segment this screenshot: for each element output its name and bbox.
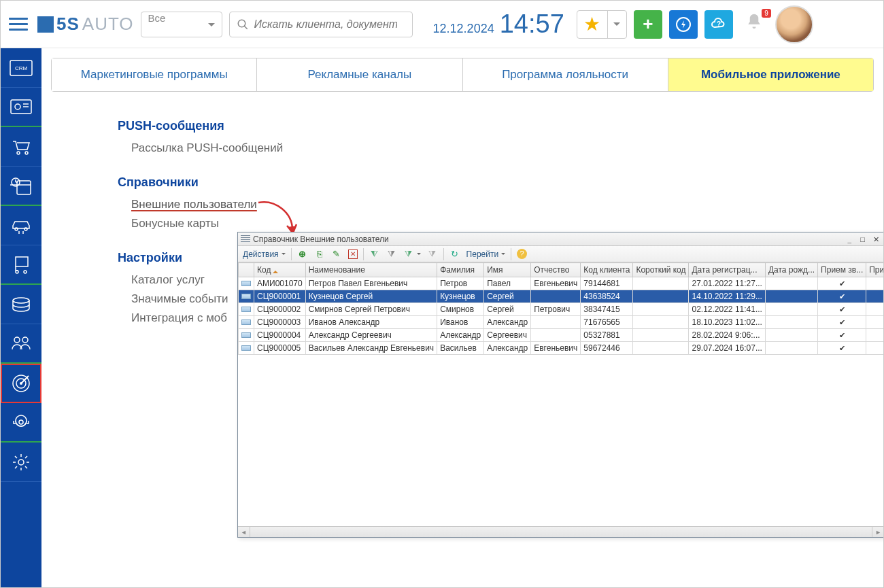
nav-marketing[interactable]: [1, 364, 41, 403]
scope-select[interactable]: Все: [141, 12, 222, 37]
nav-users[interactable]: [1, 324, 41, 364]
item-push-send[interactable]: Рассылка PUSH-сообщений: [131, 139, 883, 158]
tb-refresh[interactable]: ↻: [447, 248, 462, 260]
logo-text-5s: 5S: [56, 14, 80, 35]
tb-copy[interactable]: ⎘: [312, 248, 327, 260]
col-marker[interactable]: [239, 263, 254, 277]
nav-support[interactable]: [1, 403, 41, 443]
cell-kk: 05327881: [581, 329, 633, 342]
col-middlename[interactable]: Отчество: [531, 263, 581, 277]
nav-schedule[interactable]: [1, 167, 41, 206]
cell-kk: 43638524: [581, 290, 633, 303]
col-firstname[interactable]: Имя: [484, 263, 531, 277]
row-marker: [239, 290, 254, 303]
user-avatar[interactable]: [775, 5, 813, 44]
menu-toggle[interactable]: [6, 12, 31, 37]
scroll-left[interactable]: ◄: [238, 527, 250, 537]
data-grid[interactable]: Код Наименование Фамилия Имя Отчество Ко…: [238, 262, 883, 526]
dialog-title-icon: [241, 235, 250, 243]
cell-kk: 71676565: [581, 316, 633, 329]
star-icon[interactable]: ★: [577, 11, 607, 38]
nav-delivery[interactable]: [1, 245, 41, 285]
col-short-code[interactable]: Короткий код: [633, 263, 689, 277]
nav-contacts[interactable]: [1, 88, 41, 127]
table-row[interactable]: СЦ9000004Александр СергеевичАлександрСер…: [239, 329, 884, 342]
filter-icon: ⧨: [369, 249, 380, 260]
cell-dob: [765, 316, 817, 329]
search-box[interactable]: [229, 12, 413, 37]
tb-help[interactable]: ?: [515, 248, 529, 260]
item-bonus-cards[interactable]: Бонусные карты: [131, 214, 883, 233]
cell-name: Васильев Александр Евгеньевич: [305, 342, 437, 355]
col-calls[interactable]: Прием зв...: [818, 263, 866, 277]
table-row[interactable]: СЦ9000003Иванов АлександрИвановАлександр…: [239, 316, 884, 329]
nav-vehicle[interactable]: [1, 206, 41, 245]
svg-rect-12: [17, 181, 31, 194]
cell-reg: 02.12.2022 11:41...: [689, 303, 765, 316]
col-sms[interactable]: Прием s...: [866, 263, 883, 277]
col-name[interactable]: Наименование: [305, 263, 437, 277]
item-external-users[interactable]: Внешние пользователи: [131, 195, 257, 214]
dialog-maximize[interactable]: □: [857, 235, 868, 243]
cell-sm: ✔: [866, 329, 883, 342]
filter-off-icon: ⧩: [386, 249, 397, 260]
help-button[interactable]: ?: [704, 10, 733, 39]
tab-loyalty[interactable]: Программа лояльности: [463, 58, 668, 91]
tb-filter1[interactable]: ⧨: [367, 248, 382, 260]
dialog-titlebar[interactable]: Справочник Внешние пользователи _ □ ✕: [238, 232, 883, 246]
tb-filter2[interactable]: ⧩: [384, 248, 399, 260]
tb-filter-menu[interactable]: ⧩: [401, 248, 423, 260]
tab-marketing-programs[interactable]: Маркетинговые программы: [52, 58, 257, 91]
cell-code: СЦ9000004: [254, 329, 306, 342]
scroll-track[interactable]: [250, 527, 872, 537]
svg-point-11: [25, 152, 28, 154]
add-icon: ⊕: [297, 249, 308, 260]
tab-ad-channels[interactable]: Рекламные каналы: [257, 58, 462, 91]
quick-action-button[interactable]: [669, 10, 698, 39]
table-row[interactable]: АМИ001070Петров Павел ЕвгеньевичПетровПа…: [239, 277, 884, 290]
col-surname[interactable]: Фамилия: [437, 263, 484, 277]
svg-point-10: [17, 152, 20, 154]
nav-crm[interactable]: CRM: [1, 48, 41, 88]
dialog-minimize[interactable]: _: [844, 235, 855, 243]
table-row[interactable]: СЦ9000005Васильев Александр ЕвгеньевичВа…: [239, 342, 884, 355]
cell-code: СЦ9000001: [254, 290, 306, 303]
tb-actions[interactable]: Действия: [241, 249, 288, 260]
date-label: 12.12.2024: [433, 22, 494, 36]
col-code[interactable]: Код: [254, 263, 306, 277]
dialog-close[interactable]: ✕: [870, 235, 881, 244]
notifications-button[interactable]: 9: [740, 12, 768, 37]
cell-reg: 27.01.2022 11:27...: [689, 277, 765, 290]
sort-icon: [273, 268, 278, 273]
tb-edit[interactable]: ✎: [329, 248, 344, 260]
tb-delete[interactable]: ✕: [346, 249, 360, 260]
svg-text:?: ?: [717, 20, 721, 28]
topbar: 5SAUTO Все 12.12.2024 14:57 ★ + ? 9: [1, 1, 883, 48]
delete-icon: ✕: [348, 249, 358, 259]
favorites-dropdown[interactable]: [607, 11, 626, 38]
svg-point-22: [16, 271, 18, 273]
tb-goto[interactable]: Перейти: [464, 249, 508, 260]
cell-dob: [765, 329, 817, 342]
col-client-code[interactable]: Код клиента: [581, 263, 633, 277]
cell-reg: 18.10.2023 11:02...: [689, 316, 765, 329]
time-label: 14:57: [500, 10, 564, 39]
cell-name: Александр Сергеевич: [305, 329, 437, 342]
nav-settings[interactable]: [1, 443, 41, 482]
col-dob[interactable]: Дата рожд...: [765, 263, 817, 277]
table-row[interactable]: СЦ9000002Смирнов Сергей ПетровичСмирновС…: [239, 303, 884, 316]
nav-finance[interactable]: [1, 285, 41, 324]
tb-filter-clear[interactable]: ⧩: [425, 248, 440, 260]
nav-cart[interactable]: [1, 127, 41, 167]
search-input[interactable]: [254, 18, 397, 31]
cell-short: [633, 342, 689, 355]
tab-mobile-app[interactable]: Мобильное приложение: [668, 58, 873, 91]
logo-text-auto: AUTO: [82, 14, 134, 35]
col-reg-date[interactable]: Дата регистрац...: [689, 263, 765, 277]
tb-add[interactable]: ⊕: [295, 248, 310, 260]
scroll-right[interactable]: ►: [872, 527, 883, 537]
table-row[interactable]: СЦ9000001Кузнецов СергейКузнецовСергей43…: [239, 290, 884, 303]
scope-select-label: Все: [148, 12, 166, 24]
add-button[interactable]: +: [634, 10, 662, 39]
svg-text:CRM: CRM: [15, 65, 28, 71]
